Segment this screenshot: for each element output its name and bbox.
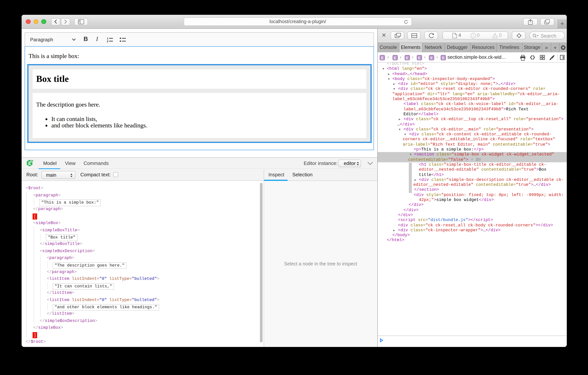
svg-text:5: 5 <box>31 160 32 162</box>
svg-text:!: ! <box>495 34 495 38</box>
svg-text:!: ! <box>473 34 473 38</box>
svg-text:1: 1 <box>107 37 108 40</box>
svg-text:2: 2 <box>107 40 108 42</box>
